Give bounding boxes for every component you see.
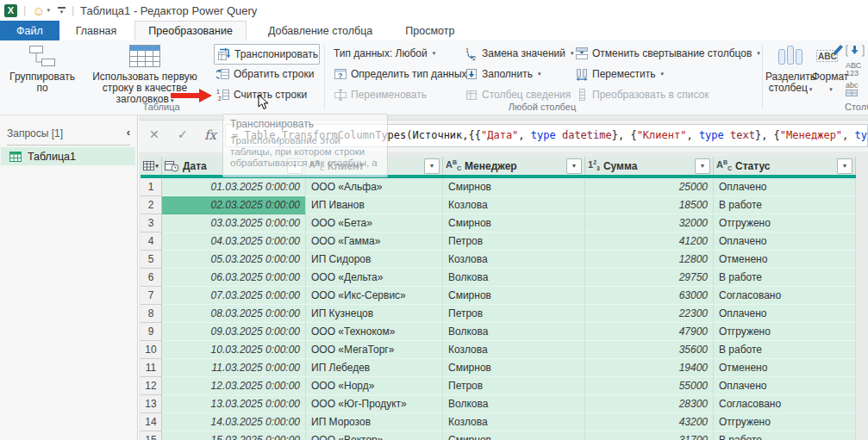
cell-sum[interactable]: 41200 bbox=[585, 232, 714, 251]
cell-status[interactable]: В работе bbox=[714, 196, 856, 214]
cancel-icon[interactable]: ✕ bbox=[149, 127, 159, 141]
cell-manager[interactable]: Смирнов bbox=[443, 214, 585, 232]
cell-client[interactable]: ООО «Гамма» bbox=[306, 232, 443, 251]
cell-manager[interactable]: Смирнов bbox=[443, 287, 585, 305]
cell-client[interactable]: ООО «Техноком» bbox=[306, 323, 443, 341]
column-header-3[interactable]: ABCМенеджер▼ bbox=[443, 157, 585, 175]
cell-date[interactable]: 15.03.2025 0:00:00 bbox=[162, 431, 306, 440]
filter-dropdown-icon[interactable]: ▼ bbox=[566, 158, 582, 174]
cell-sum[interactable]: 28300 bbox=[585, 395, 714, 413]
customize-quick-access-icon[interactable]: ▾ bbox=[58, 7, 66, 14]
cell-client[interactable]: ООО «Вектор» bbox=[306, 431, 443, 440]
cell-date[interactable]: 11.03.2025 0:00:00 bbox=[162, 359, 306, 377]
row-number[interactable]: 5 bbox=[141, 251, 162, 269]
cell-sum[interactable]: 12800 bbox=[585, 251, 714, 269]
cell-manager[interactable]: Петров bbox=[443, 232, 585, 251]
row-number[interactable]: 3 bbox=[141, 214, 162, 232]
format-button[interactable]: ABC Формат▾ bbox=[811, 43, 849, 95]
filter-dropdown-icon[interactable]: ▼ bbox=[837, 158, 852, 174]
tab-file[interactable]: Файл bbox=[0, 21, 59, 40]
row-number[interactable]: 11 bbox=[141, 359, 162, 377]
cell-status[interactable]: В работе bbox=[714, 431, 856, 440]
cell-sum[interactable]: 32000 bbox=[585, 214, 714, 232]
collapse-sidebar-icon[interactable]: ‹ bbox=[127, 127, 130, 138]
row-number[interactable]: 10 bbox=[141, 341, 162, 359]
cell-client[interactable]: ИП Лебедев bbox=[306, 359, 443, 377]
cell-sum[interactable]: 19400 bbox=[585, 359, 714, 377]
chevron-down-icon[interactable]: ▾ bbox=[47, 7, 50, 14]
cell-status[interactable]: Отгружено bbox=[714, 413, 856, 431]
row-number[interactable]: 6 bbox=[141, 269, 162, 287]
cell-status[interactable]: Согласовано bbox=[714, 395, 856, 413]
cell-manager[interactable]: Волкова bbox=[443, 323, 585, 341]
cell-client[interactable]: ИП Сидоров bbox=[306, 251, 443, 269]
cell-client[interactable]: ИП Кузнецов bbox=[306, 305, 443, 323]
cell-client[interactable]: ООО «Альфа» bbox=[306, 178, 443, 196]
cell-client[interactable]: ИП Морозов bbox=[306, 413, 443, 431]
row-number[interactable]: 12 bbox=[141, 377, 162, 395]
fill-button[interactable]: Заполнить▾ bbox=[462, 65, 543, 84]
cell-status[interactable]: Согласовано bbox=[714, 287, 856, 305]
cell-date[interactable]: 01.03.2025 0:00:00 bbox=[162, 178, 306, 196]
cell-sum[interactable]: 22300 bbox=[585, 305, 714, 323]
cell-status[interactable]: Оплачено bbox=[714, 377, 856, 395]
row-number[interactable]: 4 bbox=[141, 232, 162, 251]
cell-date[interactable]: 12.03.2025 0:00:00 bbox=[162, 377, 306, 395]
cell-date[interactable]: 02.03.2025 0:00:00 bbox=[162, 196, 306, 214]
column-header-5[interactable]: ABCСтатус▼ bbox=[714, 157, 856, 175]
cell-manager[interactable]: Смирнов bbox=[443, 431, 585, 440]
unpivot-button[interactable]: Отменить свертывание столбцов▾ bbox=[572, 44, 763, 63]
column-header-4[interactable]: 123Сумма▼ bbox=[585, 157, 714, 175]
tab-add-column[interactable]: Добавление столбца bbox=[255, 21, 385, 40]
cell-date[interactable]: 04.03.2025 0:00:00 bbox=[162, 232, 306, 251]
cell-client[interactable]: ООО «МегаТорг» bbox=[306, 341, 443, 359]
statistics-icon[interactable]: АВС123 bbox=[846, 62, 868, 77]
row-number[interactable]: 15 bbox=[141, 431, 162, 440]
data-type-button[interactable]: Тип данных: Любой▾ bbox=[331, 44, 438, 63]
cell-sum[interactable]: 55000 bbox=[585, 377, 714, 395]
cell-date[interactable]: 08.03.2025 0:00:00 bbox=[162, 305, 306, 323]
cell-date[interactable]: 09.03.2025 0:00:00 bbox=[162, 323, 306, 341]
cell-client[interactable]: ООО «Бета» bbox=[306, 214, 443, 232]
split-column-button[interactable]: Разделитьстолбец▾ bbox=[765, 43, 815, 95]
cell-manager[interactable]: Петров bbox=[443, 377, 585, 395]
cell-sum[interactable]: 63000 bbox=[585, 287, 714, 305]
cell-date[interactable]: 03.03.2025 0:00:00 bbox=[162, 214, 306, 232]
cell-status[interactable]: Оплачено bbox=[714, 305, 856, 323]
cell-status[interactable]: Отменено bbox=[714, 359, 856, 377]
cell-date[interactable]: 10.03.2025 0:00:00 bbox=[162, 341, 306, 359]
cell-status[interactable]: Отгружено bbox=[714, 323, 856, 341]
query-list-item[interactable]: Таблица1 bbox=[1, 147, 135, 165]
tab-home[interactable]: Главная bbox=[63, 21, 130, 40]
move-button[interactable]: Переместить▾ bbox=[572, 65, 666, 84]
cell-manager[interactable]: Козлова bbox=[443, 413, 585, 431]
cell-sum[interactable]: 25000 bbox=[585, 178, 714, 196]
cell-manager[interactable]: Петров bbox=[443, 305, 585, 323]
cell-client[interactable]: ООО «Норд» bbox=[306, 377, 443, 395]
cell-status[interactable]: В работе bbox=[714, 341, 856, 359]
abc-grid-icon[interactable]: abc bbox=[846, 82, 868, 98]
cell-status[interactable]: В работе bbox=[714, 269, 856, 287]
group-by-button[interactable]: Группировать по bbox=[7, 43, 78, 94]
extract-icon[interactable] bbox=[846, 44, 868, 58]
cell-date[interactable]: 14.03.2025 0:00:00 bbox=[162, 413, 306, 431]
cell-manager[interactable]: Козлова bbox=[443, 196, 585, 214]
cell-client[interactable]: ООО «Икс-Сервис» bbox=[306, 287, 443, 305]
commit-icon[interactable]: ✓ bbox=[178, 127, 188, 141]
cell-status[interactable]: Отменено bbox=[714, 251, 856, 269]
row-number[interactable]: 13 bbox=[141, 395, 162, 413]
cell-client[interactable]: ИП Иванов bbox=[306, 196, 443, 214]
cell-date[interactable]: 07.03.2025 0:00:00 bbox=[162, 287, 306, 305]
cell-sum[interactable]: 47900 bbox=[585, 323, 714, 341]
cell-manager[interactable]: Волкова bbox=[443, 395, 585, 413]
cell-manager[interactable]: Смирнов bbox=[443, 359, 585, 377]
tab-view[interactable]: Просмотр bbox=[392, 21, 467, 40]
cell-date[interactable]: 05.03.2025 0:00:00 bbox=[162, 251, 306, 269]
detect-type-button[interactable]: ? Определить тип данных bbox=[331, 65, 470, 84]
row-number[interactable]: 1 bbox=[141, 178, 162, 196]
cell-client[interactable]: ООО «Дельта» bbox=[306, 269, 443, 287]
replace-values-button[interactable]: 12 Замена значений▾ bbox=[462, 44, 577, 63]
row-number[interactable]: 8 bbox=[141, 305, 162, 323]
cell-manager[interactable]: Смирнов bbox=[443, 178, 585, 196]
row-number[interactable]: 2 bbox=[141, 196, 162, 214]
